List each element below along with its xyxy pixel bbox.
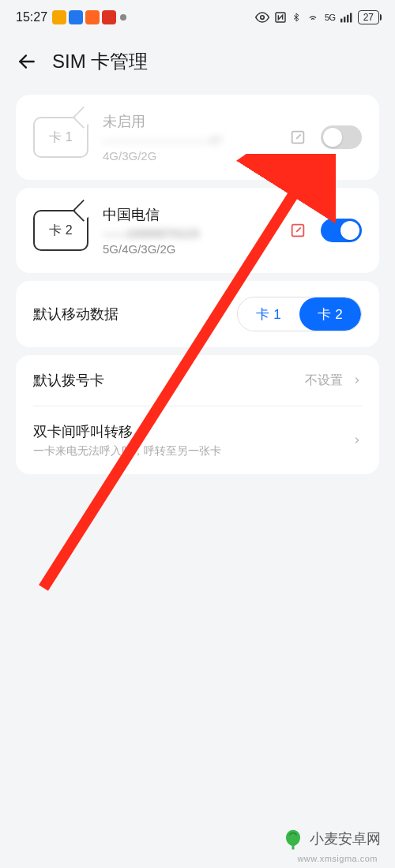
sim2-edit-icon[interactable] — [289, 222, 307, 239]
default-call-value: 不设置 — [305, 372, 343, 389]
default-data-option-sim1[interactable]: 卡 1 — [238, 297, 299, 331]
svg-rect-3 — [344, 17, 345, 22]
default-data-segmented: 卡 1 卡 2 — [237, 297, 362, 331]
sim2-chip-icon: 卡 2 — [33, 210, 88, 251]
sim2-toggle[interactable] — [321, 219, 362, 242]
call-forward-text: 双卡间呼叫转移 一卡来电无法呼入时，呼转至另一张卡 — [33, 422, 221, 458]
sim1-row[interactable]: 卡 1 未启用 —————————37 4G/3G/2G — [33, 112, 362, 163]
notification-app-icons — [52, 10, 126, 24]
watermark-logo-icon — [281, 827, 305, 851]
default-data-card: 默认移动数据 卡 1 卡 2 — [16, 281, 379, 347]
bluetooth-icon — [292, 11, 301, 24]
arrow-left-icon — [17, 51, 37, 72]
notif-icon-app2 — [69, 10, 83, 24]
svg-point-0 — [261, 16, 265, 20]
default-data-option-sim2[interactable]: 卡 2 — [299, 297, 361, 331]
signal-5g-label: 5G — [325, 13, 336, 22]
default-call-row[interactable]: 默认拨号卡 不设置 — [33, 355, 362, 406]
status-left: 15:27 — [16, 10, 126, 24]
sim1-edit-icon[interactable] — [289, 129, 307, 146]
sim2-number: ——10000070123 — [103, 226, 275, 240]
call-forward-row[interactable]: 双卡间呼叫转移 一卡来电无法呼入时，呼转至另一张卡 — [33, 406, 362, 474]
svg-rect-4 — [347, 15, 348, 23]
notif-icon-more — [120, 14, 126, 21]
back-button[interactable] — [16, 51, 38, 73]
notif-icon-weibo — [52, 10, 66, 24]
eye-icon — [255, 10, 269, 24]
svg-rect-5 — [350, 13, 352, 22]
sim1-info: 未启用 —————————37 4G/3G/2G — [103, 112, 275, 163]
default-call-label: 默认拨号卡 — [33, 371, 104, 390]
sim1-card: 卡 1 未启用 —————————37 4G/3G/2G — [16, 95, 379, 180]
watermark: 小麦安卓网 — [281, 827, 381, 851]
sim2-row[interactable]: 卡 2 中国电信 ——10000070123 5G/4G/3G/2G — [33, 205, 362, 256]
sim1-network: 4G/3G/2G — [103, 149, 275, 163]
sim2-network: 5G/4G/3G/2G — [103, 242, 275, 256]
page-header: SIM 卡管理 — [0, 35, 395, 87]
sim2-card: 卡 2 中国电信 ——10000070123 5G/4G/3G/2G — [16, 188, 379, 273]
status-time: 15:27 — [16, 10, 47, 24]
chevron-right-icon — [352, 433, 362, 447]
wifi-icon — [306, 12, 320, 23]
page-title: SIM 卡管理 — [52, 49, 148, 74]
call-forward-label: 双卡间呼叫转移 — [33, 422, 221, 441]
default-data-row: 默认移动数据 卡 1 卡 2 — [33, 281, 362, 347]
nfc-icon — [274, 11, 287, 24]
status-bar: 15:27 5G 27 — [0, 0, 395, 35]
chevron-right-icon — [352, 373, 362, 387]
svg-rect-2 — [340, 19, 342, 23]
signal-bars-icon — [340, 12, 353, 23]
sim1-toggle[interactable] — [321, 125, 362, 149]
watermark-text: 小麦安卓网 — [310, 829, 381, 848]
watermark-url: www.xmsigma.com — [297, 854, 378, 863]
status-right: 5G 27 — [255, 10, 379, 24]
sim2-title: 中国电信 — [103, 205, 275, 224]
sim1-chip-icon: 卡 1 — [33, 117, 88, 158]
default-data-label: 默认移动数据 — [33, 305, 118, 324]
call-forward-sub: 一卡来电无法呼入时，呼转至另一张卡 — [33, 444, 221, 458]
battery-indicator: 27 — [358, 10, 379, 24]
sim1-title: 未启用 — [103, 112, 275, 131]
sim2-info: 中国电信 ——10000070123 5G/4G/3G/2G — [103, 205, 275, 256]
sim1-number: —————————37 — [103, 133, 275, 147]
notif-icon-taobao — [85, 10, 100, 24]
notif-icon-app4 — [102, 10, 116, 24]
settings-card: 默认拨号卡 不设置 双卡间呼叫转移 一卡来电无法呼入时，呼转至另一张卡 — [16, 355, 379, 474]
